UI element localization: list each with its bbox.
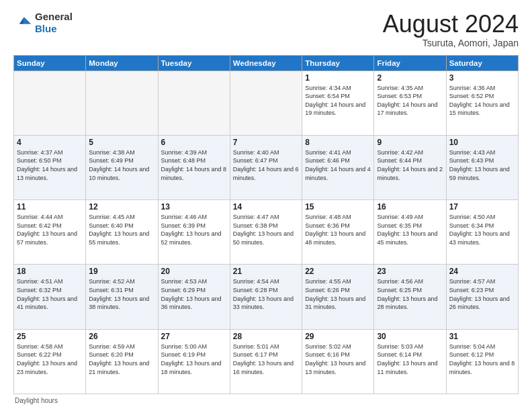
table-row: 22Sunrise: 4:55 AM Sunset: 6:26 PM Dayli… [302,265,374,329]
day-number: 9 [377,138,443,147]
day-info: Sunrise: 4:42 AM Sunset: 6:44 PM Dayligh… [377,148,443,182]
day-info: Sunrise: 4:35 AM Sunset: 6:53 PM Dayligh… [377,84,443,118]
day-number: 20 [161,267,227,276]
day-number: 17 [449,202,515,212]
day-info: Sunrise: 4:40 AM Sunset: 6:47 PM Dayligh… [233,148,299,182]
table-row: 2Sunrise: 4:35 AM Sunset: 6:53 PM Daylig… [374,71,446,135]
footer: Daylight hours [13,397,519,404]
day-info: Sunrise: 4:45 AM Sunset: 6:40 PM Dayligh… [89,213,154,246]
table-row: 23Sunrise: 4:56 AM Sunset: 6:25 PM Dayli… [374,265,446,329]
day-info: Sunrise: 5:01 AM Sunset: 6:17 PM Dayligh… [233,342,299,376]
table-row: 15Sunrise: 4:48 AM Sunset: 6:36 PM Dayli… [302,200,374,265]
table-row: 17Sunrise: 4:50 AM Sunset: 6:34 PM Dayli… [446,200,518,265]
day-number: 21 [233,267,299,276]
day-info: Sunrise: 4:53 AM Sunset: 6:29 PM Dayligh… [161,277,227,311]
day-info: Sunrise: 4:39 AM Sunset: 6:48 PM Dayligh… [161,148,227,182]
table-row: 20Sunrise: 4:53 AM Sunset: 6:29 PM Dayli… [158,265,230,329]
day-info: Sunrise: 4:37 AM Sunset: 6:50 PM Dayligh… [17,148,83,182]
table-row [14,71,86,135]
day-number: 2 [377,73,443,83]
svg-marker-0 [24,17,32,24]
calendar-header-row: Sunday Monday Tuesday Wednesday Thursday… [14,55,519,71]
table-row: 13Sunrise: 4:46 AM Sunset: 6:39 PM Dayli… [158,200,230,265]
table-row: 11Sunrise: 4:44 AM Sunset: 6:42 PM Dayli… [14,200,86,265]
day-info: Sunrise: 4:49 AM Sunset: 6:35 PM Dayligh… [377,213,443,246]
day-info: Sunrise: 5:02 AM Sunset: 6:16 PM Dayligh… [305,342,371,376]
table-row: 10Sunrise: 4:43 AM Sunset: 6:43 PM Dayli… [446,135,518,199]
day-number: 19 [89,267,154,276]
day-number: 23 [377,267,443,276]
footer-label: Daylight hours [15,397,58,404]
col-monday: Monday [86,55,158,71]
day-info: Sunrise: 5:03 AM Sunset: 6:14 PM Dayligh… [377,342,443,376]
col-sunday: Sunday [14,55,86,71]
table-row: 6Sunrise: 4:39 AM Sunset: 6:48 PM Daylig… [158,135,230,199]
table-row: 18Sunrise: 4:51 AM Sunset: 6:32 PM Dayli… [14,265,86,329]
table-row [230,71,302,135]
table-row: 19Sunrise: 4:52 AM Sunset: 6:31 PM Dayli… [86,265,158,329]
day-info: Sunrise: 4:43 AM Sunset: 6:43 PM Dayligh… [449,148,515,182]
day-number: 10 [449,138,515,147]
day-number: 27 [161,332,227,341]
table-row: 12Sunrise: 4:45 AM Sunset: 6:40 PM Dayli… [86,200,158,265]
table-row: 16Sunrise: 4:49 AM Sunset: 6:35 PM Dayli… [374,200,446,265]
day-info: Sunrise: 4:50 AM Sunset: 6:34 PM Dayligh… [449,213,515,246]
table-row: 27Sunrise: 5:00 AM Sunset: 6:19 PM Dayli… [158,329,230,394]
table-row: 7Sunrise: 4:40 AM Sunset: 6:47 PM Daylig… [230,135,302,199]
table-row: 29Sunrise: 5:02 AM Sunset: 6:16 PM Dayli… [302,329,374,394]
day-info: Sunrise: 4:56 AM Sunset: 6:25 PM Dayligh… [377,277,443,311]
calendar-week-row: 25Sunrise: 4:58 AM Sunset: 6:22 PM Dayli… [14,329,519,394]
table-row [158,71,230,135]
day-info: Sunrise: 5:00 AM Sunset: 6:19 PM Dayligh… [161,342,227,376]
day-number: 11 [17,202,83,212]
day-info: Sunrise: 4:57 AM Sunset: 6:23 PM Dayligh… [449,277,515,311]
day-number: 3 [449,73,515,83]
day-number: 14 [233,202,299,212]
col-wednesday: Wednesday [230,55,302,71]
calendar-week-row: 18Sunrise: 4:51 AM Sunset: 6:32 PM Dayli… [14,265,519,329]
location: Tsuruta, Aomori, Japan [383,38,519,48]
day-number: 30 [377,332,443,341]
month-title: August 2024 [383,11,519,38]
calendar-week-row: 1Sunrise: 4:34 AM Sunset: 6:54 PM Daylig… [14,71,519,135]
svg-marker-1 [19,17,24,24]
day-info: Sunrise: 4:51 AM Sunset: 6:32 PM Dayligh… [17,277,83,311]
day-info: Sunrise: 4:48 AM Sunset: 6:36 PM Dayligh… [305,213,371,246]
day-info: Sunrise: 4:47 AM Sunset: 6:38 PM Dayligh… [233,213,299,246]
day-number: 24 [449,267,515,276]
table-row: 26Sunrise: 4:59 AM Sunset: 6:20 PM Dayli… [86,329,158,394]
table-row: 8Sunrise: 4:41 AM Sunset: 6:46 PM Daylig… [302,135,374,199]
logo-text: General Blue [35,11,73,35]
col-thursday: Thursday [302,55,374,71]
table-row: 14Sunrise: 4:47 AM Sunset: 6:38 PM Dayli… [230,200,302,265]
day-info: Sunrise: 4:52 AM Sunset: 6:31 PM Dayligh… [89,277,154,311]
day-info: Sunrise: 4:41 AM Sunset: 6:46 PM Dayligh… [305,148,371,182]
table-row: 21Sunrise: 4:54 AM Sunset: 6:28 PM Dayli… [230,265,302,329]
table-row: 9Sunrise: 4:42 AM Sunset: 6:44 PM Daylig… [374,135,446,199]
calendar-week-row: 11Sunrise: 4:44 AM Sunset: 6:42 PM Dayli… [14,200,519,265]
day-number: 1 [305,73,371,83]
table-row: 1Sunrise: 4:34 AM Sunset: 6:54 PM Daylig… [302,71,374,135]
table-row: 31Sunrise: 5:04 AM Sunset: 6:12 PM Dayli… [446,329,518,394]
day-number: 15 [305,202,371,212]
day-info: Sunrise: 4:54 AM Sunset: 6:28 PM Dayligh… [233,277,299,311]
day-info: Sunrise: 4:59 AM Sunset: 6:20 PM Dayligh… [89,342,154,376]
day-number: 13 [161,202,227,212]
day-info: Sunrise: 4:36 AM Sunset: 6:52 PM Dayligh… [449,84,515,118]
day-info: Sunrise: 4:58 AM Sunset: 6:22 PM Dayligh… [17,342,83,376]
day-number: 6 [161,138,227,147]
calendar-week-row: 4Sunrise: 4:37 AM Sunset: 6:50 PM Daylig… [14,135,519,199]
table-row: 25Sunrise: 4:58 AM Sunset: 6:22 PM Dayli… [14,329,86,394]
day-info: Sunrise: 4:34 AM Sunset: 6:54 PM Dayligh… [305,84,371,118]
day-number: 18 [17,267,83,276]
day-number: 5 [89,138,154,147]
page: General Blue August 2024 Tsuruta, Aomori… [0,0,532,411]
day-info: Sunrise: 4:44 AM Sunset: 6:42 PM Dayligh… [17,213,83,246]
day-number: 7 [233,138,299,147]
day-info: Sunrise: 4:55 AM Sunset: 6:26 PM Dayligh… [305,277,371,311]
day-info: Sunrise: 4:46 AM Sunset: 6:39 PM Dayligh… [161,213,227,246]
table-row [86,71,158,135]
logo-icon [13,13,32,32]
header: General Blue August 2024 Tsuruta, Aomori… [13,11,519,48]
day-number: 22 [305,267,371,276]
